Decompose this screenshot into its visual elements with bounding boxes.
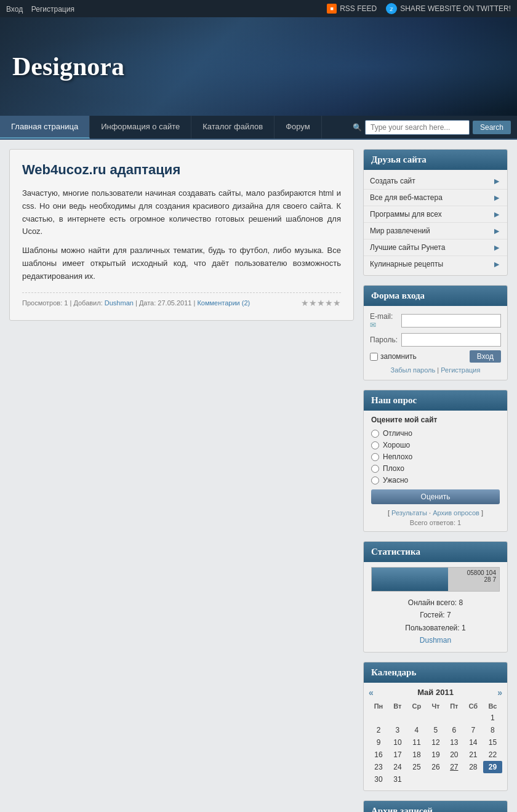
article-meta: Просмотров: 1 | Добавил: Dushman | Дата:… (22, 292, 341, 308)
friend-name-3: Мир развлечений (370, 227, 430, 235)
email-label-text: E-mail: (370, 312, 393, 321)
cal-day[interactable]: 15 (483, 736, 502, 749)
nav-item-files[interactable]: Каталог файлов (191, 116, 275, 139)
list-item[interactable]: Программы для всех ► (364, 206, 507, 223)
article-body: Зачастую, многие пользователи начиная со… (22, 187, 341, 283)
cal-day[interactable]: 10 (388, 736, 407, 749)
poll-option-label-3: Плохо (383, 464, 404, 473)
nav-item-home[interactable]: Главная страница (0, 116, 90, 139)
cal-prev[interactable]: « (369, 688, 374, 697)
cal-day (407, 712, 427, 724)
cal-day[interactable]: 25 (407, 761, 427, 773)
register-form-link[interactable]: Регистрация (441, 366, 480, 374)
cal-day[interactable]: 24 (388, 761, 407, 773)
cal-day[interactable]: 13 (445, 736, 463, 749)
arrow-icon: ► (492, 226, 501, 236)
login-link[interactable]: Вход (6, 5, 23, 14)
list-item[interactable]: Лучшие сайты Рунета ► (364, 239, 507, 256)
cal-day[interactable]: 30 (369, 773, 388, 786)
cal-day[interactable]: 27 (445, 761, 463, 773)
poll-radio-1[interactable] (371, 441, 379, 449)
cal-day[interactable]: 9 (369, 736, 388, 749)
search-button[interactable]: Search (473, 121, 511, 134)
cal-day[interactable]: 4 (407, 724, 427, 736)
cal-weekday-6: Вс (483, 701, 502, 712)
cal-day[interactable]: 20 (445, 749, 463, 761)
top-bar-left: Вход Регистрация (6, 4, 81, 14)
friend-name-2: Программы для всех (370, 210, 442, 219)
users-count: 1 (462, 624, 466, 632)
user-link-row: Dushman (371, 634, 500, 646)
cal-next[interactable]: » (497, 688, 502, 697)
cal-day[interactable]: 21 (463, 749, 483, 761)
cal-day[interactable]: 16 (369, 749, 388, 761)
cal-day[interactable]: 28 (463, 761, 483, 773)
password-input[interactable] (401, 333, 501, 347)
user-link[interactable]: Dushman (420, 636, 451, 645)
cal-day[interactable]: 3 (388, 724, 407, 736)
cal-day[interactable]: 29 (483, 761, 502, 773)
cal-day[interactable]: 18 (407, 749, 427, 761)
cal-day[interactable]: 2 (369, 724, 388, 736)
article-para1: Зачастую, многие пользователи начиная со… (22, 187, 341, 238)
list-item[interactable]: Все для веб-мастера ► (364, 190, 507, 206)
cal-day[interactable]: 8 (483, 724, 502, 736)
cal-day[interactable]: 17 (388, 749, 407, 761)
calendar-table: Пн Вт Ср Чт Пт Сб Вс 1234567891011121314… (369, 701, 502, 786)
email-label: E-mail: ✉ (370, 312, 401, 329)
arrow-icon: ► (492, 193, 501, 203)
vote-button[interactable]: Оценить (371, 489, 500, 504)
poll-radio-3[interactable] (371, 465, 379, 473)
register-link[interactable]: Регистрация (31, 5, 74, 14)
poll-option-label-2: Неплохо (383, 452, 412, 461)
cal-day[interactable]: 11 (407, 736, 427, 749)
login-button[interactable]: Вход (470, 350, 501, 363)
cal-day[interactable]: 22 (483, 749, 502, 761)
cal-day[interactable]: 12 (427, 736, 445, 749)
remember-checkbox[interactable] (370, 353, 378, 361)
nav-item-about[interactable]: Информация о сайте (90, 116, 191, 139)
guests-row: Гостей: 7 (371, 609, 500, 621)
poll-total: Всего ответов: 1 (371, 519, 500, 526)
meta-date: 27.05.2011 (158, 299, 191, 307)
poll-radio-0[interactable] (371, 430, 379, 438)
chart-num2: 28 7 (467, 576, 496, 583)
list-item[interactable]: Создать сайт ► (364, 173, 507, 190)
list-item[interactable]: Мир развлечений ► (364, 223, 507, 239)
top-bar-right: ■ RSS FEED 𝕫 SHARE WEBSITE ON TWITTER! (327, 3, 511, 14)
password-row: Пароль: (370, 333, 501, 347)
cal-day (463, 773, 483, 786)
forgot-link[interactable]: Забыл пароль (391, 366, 436, 374)
chart-n2: 104 (486, 569, 496, 576)
rss-link[interactable]: ■ RSS FEED (327, 4, 377, 14)
cal-day[interactable]: 6 (445, 724, 463, 736)
site-header: Designora (0, 17, 517, 116)
friend-name-1: Все для веб-мастера (370, 193, 443, 202)
friend-name-4: Лучшие сайты Рунета (370, 243, 445, 252)
twitter-link[interactable]: 𝕫 SHARE WEBSITE ON TWITTER! (386, 3, 511, 14)
poll-option-1: Хорошо (371, 441, 500, 449)
poll-results-link[interactable]: Результаты (391, 509, 427, 517)
search-input[interactable] (365, 120, 470, 135)
online-label: Онлайн всего: (408, 598, 457, 607)
poll-radio-2[interactable] (371, 453, 379, 461)
poll-option-0: Отлично (371, 429, 500, 438)
cal-month-label: Май 2011 (417, 688, 454, 697)
cal-day[interactable]: 7 (463, 724, 483, 736)
list-item[interactable]: Кулинарные рецепты ► (364, 256, 507, 272)
poll-radio-4[interactable] (371, 476, 379, 484)
meta-author-link[interactable]: Dushman (105, 299, 134, 307)
cal-day[interactable]: 5 (427, 724, 445, 736)
cal-day (369, 712, 388, 724)
cal-day[interactable]: 31 (388, 773, 407, 786)
cal-day[interactable]: 19 (427, 749, 445, 761)
cal-day[interactable]: 1 (483, 712, 502, 724)
email-input[interactable] (401, 314, 501, 328)
cal-day[interactable]: 14 (463, 736, 483, 749)
nav-item-forum[interactable]: Форум (275, 116, 322, 139)
cal-day[interactable]: 26 (427, 761, 445, 773)
poll-archive-link[interactable]: Архив опросов (433, 509, 479, 517)
meta-comments-link[interactable]: Комментарии (2) (197, 299, 250, 307)
cal-day[interactable]: 23 (369, 761, 388, 773)
online-row: Онлайн всего: 8 (371, 597, 500, 609)
